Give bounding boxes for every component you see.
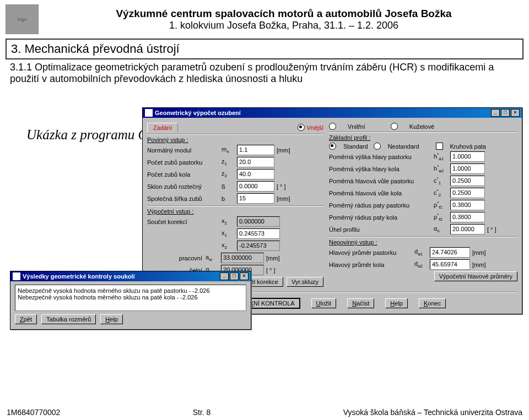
input-rf2[interactable]: 0.3800 (450, 212, 485, 222)
section-title: 3. Mechanická převodná ústrojí (6, 39, 523, 59)
minimize-button[interactable]: _ (220, 272, 229, 280)
input-aw[interactable]: 33.000000 (221, 253, 264, 263)
footer-right: Vysoká škola báňská – Technická univerzi… (343, 408, 522, 417)
radio-vnitrni[interactable] (329, 123, 336, 130)
vypocetni-vstup-label: Výpočetní vstup : (147, 208, 323, 215)
page-header: logo Výzkumné centrum spalovacích motorů… (0, 0, 529, 34)
input-rf1[interactable]: 0.3800 (450, 200, 485, 210)
results-line-2: Nebezpečně vysoká hodnota měrného skluzu… (18, 294, 244, 301)
main-window-title: Geometrický výpočet ozubení (155, 110, 241, 116)
maximize-button[interactable]: □ (501, 109, 510, 117)
footer-left: 1M6840770002 (7, 408, 60, 417)
header-subtitle: 1. kolokvium Josefa Božka, Praha, 31.1. … (44, 20, 523, 31)
btn-ulozit[interactable]: Uložit (311, 298, 337, 308)
input-xsum[interactable]: 0.000000 (237, 216, 280, 227)
btn-konec[interactable]: Konec (419, 298, 446, 308)
maximize-button[interactable]: □ (230, 272, 239, 280)
input-b[interactable]: 15 (237, 193, 274, 204)
input-z1[interactable]: 20.0 (237, 157, 274, 167)
input-alphan[interactable]: 20.0000 (450, 224, 485, 234)
results-window: Výsledky geometrické kontroly soukolí _ … (10, 271, 251, 330)
btn-nacist[interactable]: Načíst (347, 298, 374, 308)
header-title: Výzkumné centrum spalovacích motorů a au… (44, 8, 523, 20)
btn-help-results[interactable]: Help (100, 314, 123, 324)
btn-zpet[interactable]: Zpět (15, 314, 37, 324)
radio-kuzelove[interactable] (391, 123, 398, 130)
input-ha2[interactable]: 1.0000 (450, 163, 485, 174)
page-footer: 1M6840770002 Str. 8 Vysoká škola báňská … (0, 408, 529, 417)
input-x1[interactable]: 0.245573 (237, 228, 280, 239)
btn-vyr-skluzy[interactable]: Vyr.skluzy (287, 277, 323, 287)
input-c1[interactable]: 0.2500 (450, 176, 485, 186)
app-icon (145, 109, 153, 117)
subsection-text: 3.1.1 Optimalizace geometrických paramet… (10, 62, 519, 85)
footer-mid: Str. 8 (193, 408, 211, 417)
povinny-vstup-label: Povinný vstup : (147, 137, 323, 143)
main-titlebar[interactable]: Geometrický výpočet ozubení _ □ × (143, 108, 522, 118)
radio-nestandard[interactable] (374, 143, 381, 150)
input-mn[interactable]: 1.1 (237, 145, 274, 155)
input-x2[interactable]: -0.245573 (237, 241, 280, 251)
input-ha1[interactable]: 1.0000 (450, 151, 485, 162)
nepovinny-vstup-label: Nepovinný vstup : (329, 239, 517, 246)
minimize-button[interactable]: _ (491, 109, 500, 117)
tab-zadani[interactable]: Zadání (147, 123, 178, 132)
close-button[interactable]: × (240, 272, 249, 280)
check-kruhova-pata[interactable] (436, 143, 443, 150)
logo-image: logo (6, 4, 39, 34)
input-da2[interactable]: 45.65974 (430, 259, 470, 270)
radio-vnejsi[interactable] (298, 124, 305, 131)
input-z2[interactable]: 40.0 (237, 169, 274, 179)
results-line-1: Nebezpečně vysoká hodnota měrného skluzu… (18, 287, 244, 294)
close-button[interactable]: × (511, 109, 520, 117)
results-titlebar[interactable]: Výsledky geometrické kontroly soukolí _ … (10, 271, 251, 281)
zakladni-profil-label: Základní profil : (329, 134, 517, 141)
app-icon (13, 272, 20, 280)
radio-standard[interactable] (329, 143, 336, 150)
input-c2[interactable]: 0.2500 (450, 188, 485, 198)
input-beta[interactable]: 0.0000 (237, 181, 274, 192)
input-da1[interactable]: 24.74026 (430, 247, 470, 258)
btn-vypocetni-hlavove[interactable]: Výpočetní hlavové průměry (434, 271, 517, 281)
btn-tabulka-rozmeru[interactable]: Tabulka rozměrů (41, 314, 96, 324)
btn-help[interactable]: Help (385, 298, 408, 308)
results-window-title: Výsledky geometrické kontroly soukolí (23, 273, 135, 280)
